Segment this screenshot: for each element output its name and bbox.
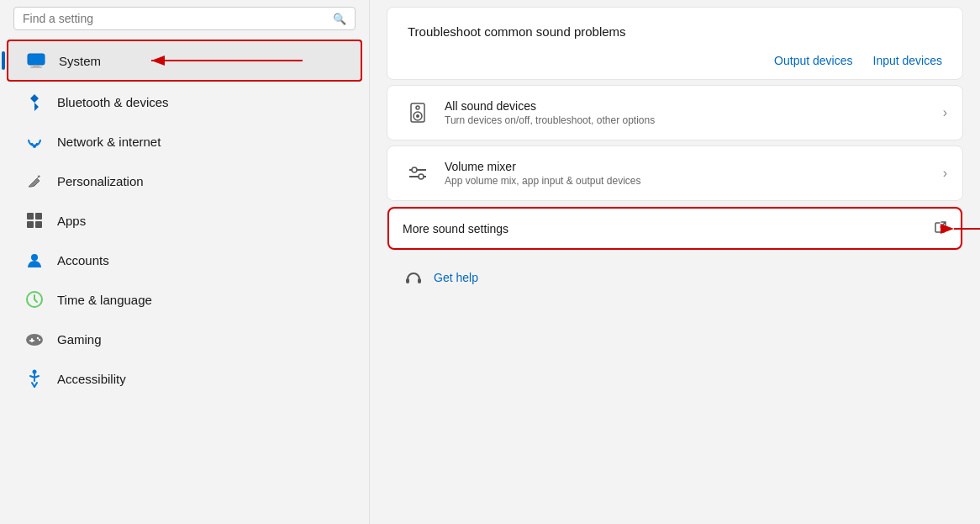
sidebar-item-system[interactable]: System <box>7 40 362 82</box>
time-icon <box>24 288 45 310</box>
svg-point-23 <box>412 167 417 172</box>
sidebar-item-apps[interactable]: Apps <box>7 201 362 240</box>
volume-mixer-title: Volume mixer <box>445 160 943 173</box>
search-bar[interactable]: 🔍 <box>13 7 356 30</box>
get-help-link[interactable]: Get help <box>434 271 478 284</box>
svg-rect-6 <box>27 213 34 220</box>
svg-point-20 <box>416 114 419 118</box>
external-link-icon <box>934 220 947 236</box>
volume-mixer-card: Volume mixer App volume mix, app input &… <box>387 146 963 201</box>
more-sound-row[interactable]: More sound settings <box>387 207 962 250</box>
sidebar: 🔍 System <box>0 0 370 524</box>
get-help-row: Get help <box>387 256 963 299</box>
output-devices-link[interactable]: Output devices <box>774 54 852 67</box>
svg-rect-14 <box>29 340 34 341</box>
all-sound-title: All sound devices <box>445 99 943 113</box>
gaming-icon <box>24 328 45 350</box>
svg-point-21 <box>416 106 419 109</box>
svg-rect-9 <box>35 221 42 228</box>
volume-mixer-row[interactable]: Volume mixer App volume mix, app input &… <box>387 146 962 200</box>
system-icon <box>25 50 47 71</box>
svg-rect-29 <box>418 278 421 283</box>
bluetooth-icon <box>24 91 45 113</box>
sidebar-item-bluetooth[interactable]: Bluetooth & devices <box>7 82 362 121</box>
svg-point-5 <box>33 145 36 148</box>
svg-rect-28 <box>406 278 409 283</box>
svg-point-16 <box>39 339 40 341</box>
svg-rect-1 <box>33 65 40 66</box>
arrow-system <box>143 48 311 73</box>
volume-mixer-subtitle: App volume mix, app input & output devic… <box>445 175 943 187</box>
apps-icon <box>24 209 45 231</box>
svg-point-15 <box>37 337 39 339</box>
svg-point-25 <box>419 174 424 179</box>
sidebar-label-network: Network & internet <box>57 135 161 149</box>
sidebar-label-accounts: Accounts <box>57 253 109 267</box>
main-content: Troubleshoot common sound problems Outpu… <box>370 0 980 524</box>
volume-mixer-icon <box>403 158 433 188</box>
troubleshoot-title: Troubleshoot common sound problems <box>408 24 942 39</box>
sidebar-item-accessibility[interactable]: Accessibility <box>7 359 362 398</box>
search-icon: 🔍 <box>333 13 346 25</box>
svg-rect-0 <box>28 54 45 65</box>
sidebar-label-accessibility: Accessibility <box>57 372 126 386</box>
sidebar-item-network[interactable]: Network & internet <box>7 122 362 161</box>
sidebar-item-personalization[interactable]: Personalization <box>7 161 362 200</box>
network-icon <box>24 130 45 152</box>
more-sound-title: More sound settings <box>403 222 934 236</box>
sidebar-item-gaming[interactable]: Gaming <box>7 320 362 358</box>
svg-point-10 <box>31 254 38 261</box>
sidebar-label-apps: Apps <box>57 214 86 228</box>
all-sound-text: All sound devices Turn devices on/off, t… <box>445 99 943 126</box>
svg-point-17 <box>33 370 37 374</box>
all-sound-subtitle: Turn devices on/off, troubleshoot, other… <box>445 114 943 126</box>
all-sound-row[interactable]: All sound devices Turn devices on/off, t… <box>387 86 962 140</box>
accounts-icon <box>24 249 45 271</box>
svg-rect-8 <box>27 221 34 228</box>
speaker-icon <box>403 98 433 128</box>
accessibility-icon <box>24 368 45 389</box>
input-devices-link[interactable]: Input devices <box>873 54 943 67</box>
troubleshoot-links: Output devices Input devices <box>408 50 942 67</box>
volume-mixer-chevron: › <box>943 166 947 181</box>
nav-items: System Bluetooth & devices <box>0 39 369 524</box>
all-sound-card: All sound devices Turn devices on/off, t… <box>387 85 963 140</box>
troubleshoot-card: Troubleshoot common sound problems Outpu… <box>387 7 963 80</box>
search-input[interactable] <box>23 12 333 25</box>
svg-rect-7 <box>35 213 42 220</box>
sidebar-label-time: Time & language <box>57 293 152 307</box>
personalization-icon <box>24 170 45 192</box>
headset-icon <box>402 266 425 289</box>
more-sound-card: More sound settings <box>387 206 963 251</box>
sidebar-label-personalization: Personalization <box>57 174 144 188</box>
sidebar-label-gaming: Gaming <box>57 332 102 347</box>
all-sound-chevron: › <box>943 105 947 120</box>
sidebar-item-accounts[interactable]: Accounts <box>7 241 362 279</box>
sidebar-item-time[interactable]: Time & language <box>7 280 362 319</box>
volume-mixer-text: Volume mixer App volume mix, app input &… <box>445 160 943 187</box>
sidebar-label-bluetooth: Bluetooth & devices <box>57 95 169 109</box>
svg-rect-2 <box>30 66 42 68</box>
sidebar-label-system: System <box>59 54 101 68</box>
